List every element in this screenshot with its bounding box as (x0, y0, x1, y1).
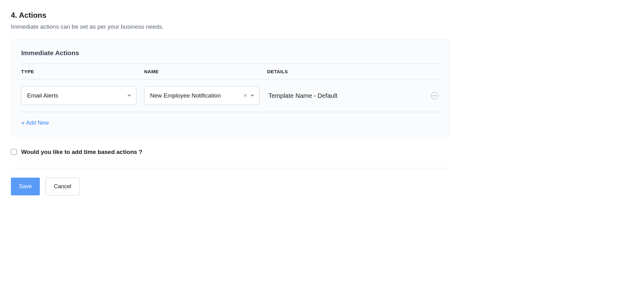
button-row: Save Cancel (11, 178, 633, 195)
panel-title: Immediate Actions (21, 49, 440, 57)
table-row: Email Alerts New Employee Notification ✕… (21, 79, 440, 112)
time-based-checkbox[interactable] (11, 149, 17, 155)
name-select-value: New Employee Notification (150, 92, 221, 99)
name-select[interactable]: New Employee Notification ✕ (144, 86, 259, 105)
more-horizontal-icon: ••• (433, 94, 437, 98)
column-header-type: TYPE (21, 69, 144, 74)
divider (11, 168, 450, 168)
save-button[interactable]: Save (11, 178, 40, 195)
time-based-checkbox-row: Would you like to add time based actions… (11, 149, 633, 155)
type-select-value: Email Alerts (27, 92, 58, 99)
chevron-down-icon (127, 95, 131, 97)
time-based-label: Would you like to add time based actions… (21, 149, 142, 155)
cell-type: Email Alerts (21, 86, 144, 105)
section-subtitle: Immediate actions can be set as per your… (11, 23, 633, 30)
table-header: TYPE NAME DETAILS (21, 64, 440, 79)
more-options-button[interactable]: ••• (431, 92, 438, 99)
column-header-details: DETAILS (267, 69, 440, 74)
close-icon[interactable]: ✕ (243, 93, 247, 98)
cancel-button[interactable]: Cancel (45, 178, 80, 195)
plus-icon: + (21, 120, 25, 126)
immediate-actions-panel: Immediate Actions TYPE NAME DETAILS Emai… (11, 40, 450, 136)
column-header-name: NAME (144, 69, 267, 74)
type-select[interactable]: Email Alerts (21, 86, 136, 105)
actions-table: TYPE NAME DETAILS Email Alerts New Emplo… (21, 64, 440, 112)
details-text: Template Name - Default (267, 92, 337, 99)
cell-details: Template Name - Default ••• (267, 92, 440, 99)
add-new-button[interactable]: + Add New (21, 120, 49, 126)
cell-name: New Employee Notification ✕ (144, 86, 267, 105)
add-new-label: Add New (26, 120, 49, 126)
chevron-down-icon (250, 95, 254, 97)
section-title: 4. Actions (11, 11, 633, 20)
row-actions: ••• (431, 92, 440, 99)
